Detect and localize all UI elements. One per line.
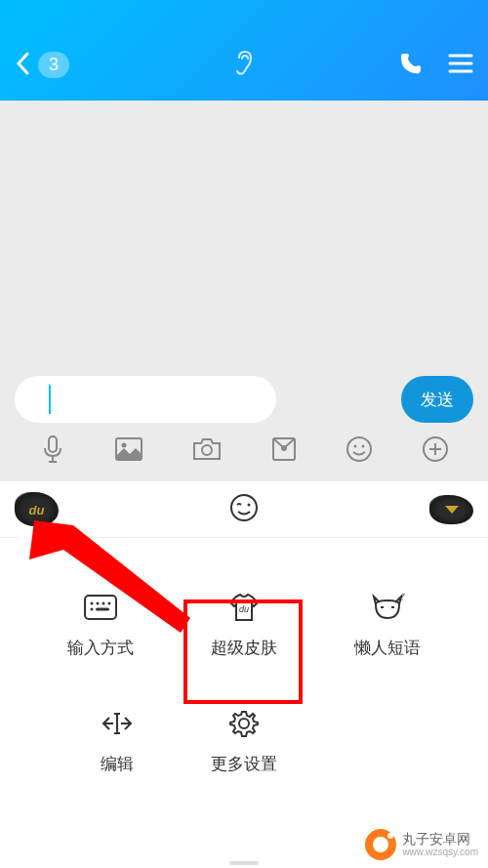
drag-handle[interactable] xyxy=(229,861,259,865)
input-method-button[interactable]: 输入方式 xyxy=(47,592,154,659)
unread-badge[interactable]: 3 xyxy=(38,52,69,78)
text-cursor xyxy=(49,385,51,414)
redpacket-icon[interactable] xyxy=(270,436,298,466)
more-settings-button[interactable]: 更多设置 xyxy=(190,708,298,775)
svg-point-9 xyxy=(347,437,371,461)
svg-text:z: z xyxy=(402,593,405,598)
item-label: 编辑 xyxy=(101,753,134,775)
edit-cursor-icon xyxy=(100,708,135,739)
watermark: 丸子安卓网 www.wzsqsy.com xyxy=(365,829,478,860)
svg-point-10 xyxy=(354,445,357,448)
svg-point-8 xyxy=(281,445,287,451)
watermark-logo-icon xyxy=(365,829,396,860)
keyboard-tab-bar xyxy=(0,481,488,538)
emoji-icon[interactable] xyxy=(346,435,373,467)
menu-icon[interactable] xyxy=(448,53,473,78)
plus-icon[interactable] xyxy=(422,435,449,467)
collapse-icon[interactable] xyxy=(429,495,473,524)
svg-point-18 xyxy=(91,602,94,605)
camera-icon[interactable] xyxy=(192,436,222,466)
item-label: 输入方式 xyxy=(67,637,134,659)
item-label: 超级皮肤 xyxy=(211,637,277,659)
tab-indicator xyxy=(20,528,39,538)
item-label: 懒人短语 xyxy=(354,637,421,659)
svg-point-6 xyxy=(202,445,212,455)
phone-icon[interactable] xyxy=(398,51,424,80)
svg-point-20 xyxy=(102,602,105,605)
watermark-title: 丸子安卓网 xyxy=(402,832,478,847)
chat-header: 3 xyxy=(0,0,488,101)
back-icon[interactable] xyxy=(15,51,30,80)
svg-point-15 xyxy=(231,495,257,520)
svg-point-22 xyxy=(91,608,94,611)
send-button[interactable]: 发送 xyxy=(401,376,473,423)
svg-point-5 xyxy=(122,443,127,448)
gear-icon xyxy=(228,708,260,739)
voice-icon[interactable] xyxy=(39,434,66,468)
keyboard-settings-panel: 输入方式 du 超级皮肤 zz 懒人短语 编辑 更多设置 xyxy=(0,538,488,868)
svg-rect-3 xyxy=(49,436,57,452)
svg-point-21 xyxy=(108,602,111,605)
tshirt-icon: du xyxy=(226,592,262,623)
watermark-url: www.wzsqsy.com xyxy=(402,847,478,857)
wink-emoji-icon[interactable] xyxy=(229,493,259,526)
keyboard-logo-icon[interactable] xyxy=(15,492,59,526)
svg-point-11 xyxy=(362,445,365,448)
svg-point-16 xyxy=(248,503,251,506)
chat-messages-area[interactable]: 发送 xyxy=(0,101,488,481)
svg-point-28 xyxy=(239,719,249,728)
lazy-phrases-button[interactable]: zz 懒人短语 xyxy=(334,592,441,659)
svg-rect-23 xyxy=(96,608,109,611)
cat-sleep-icon: zz xyxy=(370,592,405,623)
message-input[interactable] xyxy=(15,376,276,423)
image-icon[interactable] xyxy=(114,436,143,466)
ear-icon[interactable] xyxy=(233,50,255,81)
svg-rect-17 xyxy=(85,596,116,619)
edit-button[interactable]: 编辑 xyxy=(63,708,171,775)
svg-text:du: du xyxy=(239,604,249,614)
super-skin-button[interactable]: du 超级皮肤 xyxy=(190,592,298,659)
item-label: 更多设置 xyxy=(211,753,277,775)
keyboard-icon xyxy=(83,592,118,623)
svg-point-19 xyxy=(97,602,100,605)
